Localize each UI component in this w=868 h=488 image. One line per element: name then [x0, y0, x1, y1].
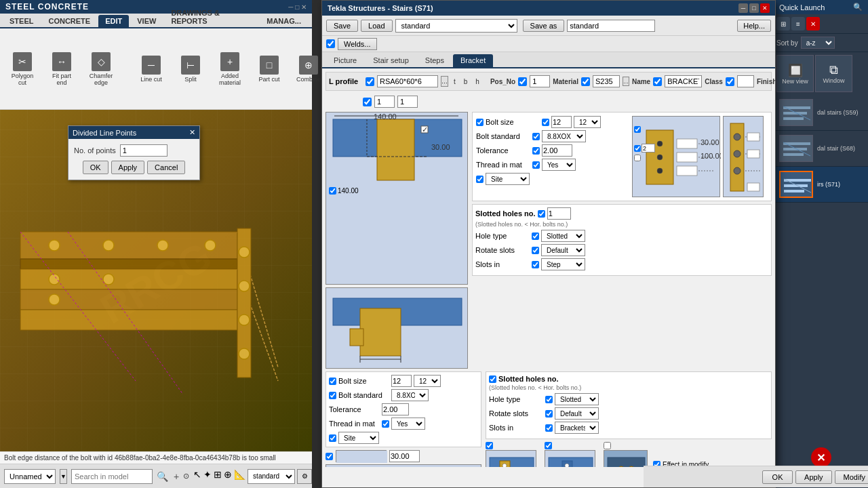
- line-cut-btn[interactable]: ─ Line cut: [134, 52, 168, 86]
- b-input[interactable]: [397, 96, 418, 108]
- slots-in-sel-lower[interactable]: Brackets: [555, 422, 599, 434]
- class-input[interactable]: [737, 75, 754, 87]
- thumb1-chk[interactable]: [486, 442, 493, 449]
- hole-type-chk-right[interactable]: [532, 232, 539, 240]
- material-input[interactable]: [593, 75, 620, 87]
- thread-sel-lower[interactable]: Yes: [391, 418, 425, 430]
- bolt-size-input-top[interactable]: [551, 116, 572, 128]
- tab-manage[interactable]: MANAG...: [260, 15, 308, 27]
- dlp-ok-btn[interactable]: OK: [83, 161, 108, 174]
- hole-type-sel-lower[interactable]: Slotted: [555, 393, 599, 405]
- modify-btn[interactable]: Modify: [835, 470, 868, 484]
- l-profile-input[interactable]: [377, 75, 438, 87]
- sidebar-item-s71[interactable]: irs (S71): [774, 167, 868, 203]
- zoom-in-icon[interactable]: +: [174, 471, 179, 482]
- slots-in-chk-lower[interactable]: [545, 424, 553, 432]
- window-btn[interactable]: ⧉ Window: [815, 55, 852, 92]
- dim-30-input[interactable]: [389, 450, 420, 462]
- t-input[interactable]: [374, 96, 395, 108]
- help-btn[interactable]: Help...: [737, 20, 771, 32]
- thread-select-top[interactable]: YesNo: [542, 159, 576, 171]
- profile-select[interactable]: standard: [395, 19, 517, 33]
- sidebar-search-icon[interactable]: 🔍: [853, 3, 863, 12]
- slotted-no-chk-lower[interactable]: [489, 375, 496, 383]
- bolt-std-select-top[interactable]: 8.8XOX: [542, 130, 586, 142]
- part-cut-btn[interactable]: □ Part cut: [252, 52, 286, 86]
- minimize-btn[interactable]: ─: [738, 3, 748, 13]
- search-icon[interactable]: 🔍: [157, 471, 168, 482]
- name-input[interactable]: [665, 75, 702, 87]
- pos-no-checkbox[interactable]: [518, 77, 527, 86]
- fit-part-btn[interactable]: ↔ Fit part end: [45, 49, 79, 89]
- tab-bracket[interactable]: Bracket: [453, 54, 493, 67]
- sort-select[interactable]: a-z: [801, 37, 835, 49]
- bolt-size-sel-lower[interactable]: 12: [414, 375, 441, 387]
- welds-btn[interactable]: Welds...: [338, 38, 377, 50]
- thread-chk-lower[interactable]: [382, 420, 389, 428]
- bolt-std-sel-lower[interactable]: 8.8XOX: [391, 389, 429, 401]
- dlp-close-btn[interactable]: ✕: [189, 128, 195, 137]
- thumb3-chk[interactable]: [604, 442, 611, 449]
- hole-type-chk-lower[interactable]: [545, 396, 553, 403]
- tolerance-input-top[interactable]: [542, 144, 572, 157]
- class-checkbox[interactable]: [726, 77, 734, 86]
- save-as-input[interactable]: [567, 20, 655, 32]
- hole-type-select-right[interactable]: Slotted: [541, 230, 585, 242]
- sidebar-delete-btn[interactable]: ✕: [811, 447, 831, 468]
- material-browse-btn[interactable]: …: [623, 77, 629, 86]
- sidebar-icon2[interactable]: ≡: [791, 17, 805, 30]
- bolt-size-val-lower[interactable]: [391, 375, 412, 387]
- settings-btn[interactable]: ⚙: [297, 469, 312, 484]
- site-sel-lower[interactable]: Site: [338, 432, 379, 444]
- site-select-top[interactable]: SiteWorkshop: [486, 173, 530, 185]
- tab-picture[interactable]: Picture: [326, 54, 364, 67]
- added-material-btn[interactable]: + Added material: [213, 49, 247, 89]
- select-tool-icon[interactable]: ↖: [193, 469, 201, 484]
- bolt-chk3[interactable]: [634, 155, 641, 161]
- material-checkbox[interactable]: [581, 77, 590, 86]
- tab-stair-setup[interactable]: Stair setup: [366, 54, 416, 67]
- tol-chk-top[interactable]: [532, 147, 540, 155]
- dlp-apply-btn[interactable]: Apply: [111, 161, 145, 174]
- tb-checkbox1[interactable]: [363, 98, 372, 106]
- dim-140-checkbox[interactable]: [329, 187, 336, 195]
- standard-select[interactable]: standard: [248, 469, 295, 484]
- dlp-cancel-btn[interactable]: Cancel: [147, 161, 185, 174]
- l-profile-browse-btn[interactable]: …: [441, 76, 448, 87]
- slots-in-chk-right[interactable]: [532, 261, 539, 268]
- site-chk-lower[interactable]: [329, 434, 336, 442]
- save-btn[interactable]: Save: [326, 20, 358, 32]
- l-profile-checkbox[interactable]: [366, 77, 374, 86]
- tab-edit[interactable]: EDIT: [98, 15, 129, 27]
- tol-val-lower[interactable]: [382, 403, 409, 415]
- apply-btn[interactable]: Apply: [795, 470, 832, 484]
- sidebar-item-s59[interactable]: dal stairs (S59): [774, 95, 868, 131]
- slots-in-select-right[interactable]: Step: [541, 258, 585, 270]
- measure-tool-icon[interactable]: 📐: [234, 469, 245, 484]
- tab-view[interactable]: VIEW: [130, 15, 163, 27]
- maximize-btn[interactable]: □: [749, 3, 759, 13]
- chamfer-edge-btn[interactable]: ◇ Chamfer edge: [84, 49, 118, 89]
- welds-checkbox[interactable]: [326, 39, 335, 48]
- tab-concrete[interactable]: CONCRETE: [41, 15, 97, 27]
- ok-btn[interactable]: OK: [762, 470, 793, 484]
- thread-chk-top[interactable]: [532, 161, 540, 169]
- slotted-no-input-right[interactable]: [547, 207, 571, 220]
- thumb2-chk[interactable]: [545, 442, 552, 449]
- save-as-btn[interactable]: Save as: [523, 20, 565, 32]
- bolt-size-chk-lower[interactable]: [329, 378, 336, 385]
- rotate-select-right[interactable]: Default: [541, 244, 585, 256]
- rotate-chk-right[interactable]: [532, 247, 539, 254]
- sidebar-item-s68[interactable]: dal stair (S68): [774, 131, 868, 167]
- bolt-count-input[interactable]: [642, 144, 655, 152]
- dim-30-chk[interactable]: [326, 453, 333, 460]
- combine-btn[interactable]: ⊕ Combine: [292, 52, 326, 86]
- rotate-chk-lower[interactable]: [545, 410, 553, 418]
- load-btn[interactable]: Load: [361, 20, 392, 32]
- bolt-size-chk2-top[interactable]: [542, 119, 549, 126]
- snap-tool-icon[interactable]: ⊕: [224, 469, 232, 484]
- slotted-no-chk-right[interactable]: [538, 210, 545, 218]
- rotate-sel-lower[interactable]: Default: [555, 407, 599, 420]
- grid-tool-icon[interactable]: ⊞: [214, 469, 222, 484]
- dlp-points-input[interactable]: 1: [120, 144, 167, 157]
